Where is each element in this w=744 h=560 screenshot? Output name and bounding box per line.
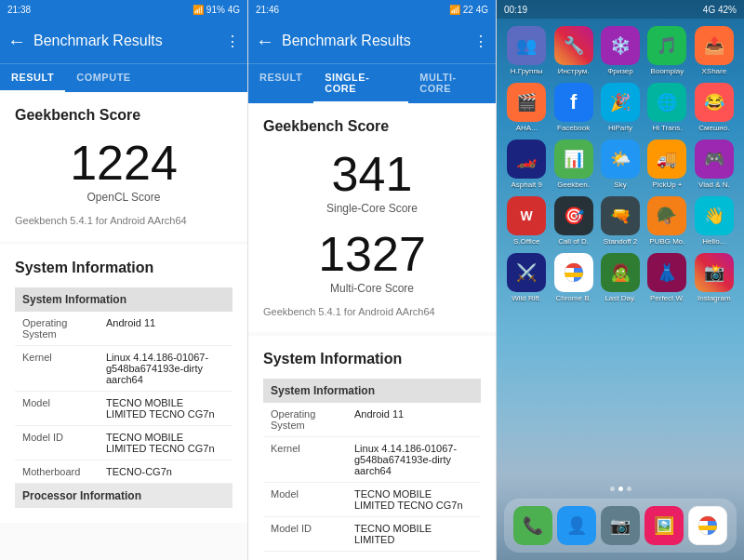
back-button-middle[interactable]: ←: [256, 31, 274, 52]
app-icon-img: 🎮: [695, 140, 734, 179]
app-icon-label: Perfect W.: [650, 294, 684, 302]
single-score-value: 341: [263, 150, 481, 198]
app-icon[interactable]: 🏎️ Asphalt 9: [504, 140, 549, 189]
geekbench-version-middle: Geekbench 5.4.1 for Android AArch64: [263, 306, 481, 317]
page-dots: [497, 483, 744, 495]
home-screen: 00:19 4G 42% 👥 Н.Группы 🔧 Инструм. ❄️ Фр…: [497, 0, 744, 560]
app-icon-label: Chrome B.: [555, 294, 591, 302]
app-icon[interactable]: 👥 Н.Группы: [504, 26, 549, 75]
left-panel: 21:38 📶 91% 4G ← Benchmark Results ⋮ RES…: [0, 0, 248, 560]
table-row: Model TECNO MOBILE LIMITED TECNO CG7n: [263, 483, 481, 517]
app-icon-img: 🌐: [647, 83, 686, 122]
single-score-label: Single-Core Score: [263, 202, 481, 215]
score-section-left: Geekbench Score 1224 OpenCL Score Geekbe…: [0, 92, 247, 241]
app-icon-label: АНА...: [516, 124, 538, 132]
app-icon-dock[interactable]: [688, 506, 727, 545]
info-key: Model: [15, 392, 99, 426]
app-icon-label: Standoff 2: [604, 237, 637, 246]
more-button-middle[interactable]: ⋮: [473, 33, 488, 50]
status-icons-middle: 📶 22 4G: [449, 5, 488, 15]
app-icon[interactable]: 📸 Instagram: [692, 253, 737, 302]
app-icon[interactable]: 🔧 Инструм.: [551, 26, 595, 75]
app-bar-left: ← Benchmark Results ⋮: [0, 19, 247, 63]
info-value: Android 11: [347, 403, 481, 437]
app-icon[interactable]: 🎉 HiParty: [598, 83, 643, 132]
app-icon-img: 📷: [601, 506, 640, 545]
app-icon[interactable]: ⚔️ Wild Rift.: [504, 253, 549, 302]
app-icon[interactable]: 📊 Geekben.: [551, 140, 595, 189]
table-row: Operating System Android 11: [263, 403, 481, 437]
table-row: Operating System Android 11: [15, 312, 232, 346]
app-icon-img: 👤: [557, 506, 596, 545]
info-key: Operating System: [15, 312, 99, 346]
app-icon[interactable]: 🎬 АНА...: [504, 83, 549, 132]
app-grid-row3: 🏎️ Asphalt 9 📊 Geekben. 🌤️ Sky 🚚 PickUp …: [500, 136, 740, 193]
status-bar-middle: 21:46 📶 22 4G: [248, 0, 496, 19]
right-panel: 00:19 4G 42% 👥 Н.Группы 🔧 Инструм. ❄️ Фр…: [497, 0, 744, 560]
info-key: Model ID: [263, 517, 347, 552]
app-icon[interactable]: 📤 XShare: [692, 26, 737, 75]
back-button-left[interactable]: ←: [7, 31, 26, 52]
app-icon[interactable]: 😂 Смешно.: [692, 83, 737, 132]
tab-bar-middle: RESULT SINGLE-CORE MULTI-CORE: [248, 63, 496, 103]
app-icon[interactable]: 🧟 Last Day.: [598, 253, 643, 302]
info-header-label-left: System Information: [15, 287, 232, 312]
info-value: Android 11: [99, 312, 232, 346]
tab-result-middle[interactable]: RESULT: [248, 64, 313, 103]
app-icon[interactable]: 👗 Perfect W.: [644, 253, 689, 302]
app-icon[interactable]: 🌤️ Sky: [598, 140, 643, 189]
app-icon[interactable]: ❄️ Фризер: [598, 26, 643, 75]
app-icon[interactable]: 🌐 Hi Trans.: [644, 83, 689, 132]
tab-multi-core-middle[interactable]: MULTI-CORE: [408, 64, 496, 103]
app-grid-row4: W S.Office 🎯 Call of D. 🔫 Standoff 2 🪖 P…: [500, 193, 740, 249]
app-icon-label: Н.Группы: [511, 67, 543, 75]
tab-result-left[interactable]: RESULT: [0, 64, 65, 92]
app-icon-label: Инструм.: [558, 67, 590, 75]
info-value: TECNO MOBILE LIMITED TECNO CG7n: [99, 426, 232, 460]
dot-active: [618, 487, 623, 491]
app-icon[interactable]: 🪖 PUBG Mo.: [644, 196, 689, 246]
app-icon-img: 👋: [695, 196, 734, 235]
app-icon[interactable]: 🔫 Standoff 2: [598, 196, 643, 246]
status-bar-left: 21:38 📶 91% 4G: [0, 0, 247, 19]
status-time-left: 21:38: [7, 5, 31, 15]
info-key: Kernel: [15, 346, 99, 392]
app-icon-img: 📊: [554, 140, 593, 179]
app-icon-dock[interactable]: 👤: [557, 506, 596, 545]
info-header-middle: System Information: [263, 379, 481, 403]
tab-single-core-middle[interactable]: SINGLE-CORE: [313, 64, 408, 103]
app-icon-img: 🌤️: [601, 140, 640, 179]
app-icon[interactable]: Chrome B.: [551, 253, 595, 302]
table-row: Model ID TECNO MOBILE LIMITED: [263, 517, 481, 552]
info-key: Model ID: [15, 426, 99, 460]
app-icon-label: HiParty: [608, 124, 632, 132]
app-icon[interactable]: 🚚 PickUp +: [644, 140, 689, 189]
app-icon[interactable]: 🎯 Call of D.: [551, 196, 595, 246]
dot: [627, 487, 631, 491]
app-icon-dock[interactable]: 🖼️: [644, 506, 684, 545]
table-row: Kernel Linux 4.14.186-01067-g548ba674193…: [15, 346, 232, 392]
app-icon[interactable]: 🎮 Vlad & N.: [692, 140, 737, 189]
app-icon[interactable]: 👋 Hello...: [692, 196, 737, 246]
app-icon-label: Wild Rift.: [512, 294, 541, 302]
info-key: Operating System: [263, 403, 347, 437]
tab-compute-left[interactable]: COMPUTE: [65, 64, 142, 92]
app-icon[interactable]: f Facebook: [551, 83, 595, 132]
app-grid-row5: ⚔️ Wild Rift. Chrome B. 🧟 Last Day. 👗 Pe…: [500, 249, 740, 306]
info-value: TECNO MOBILE LIMITED TECNO CG7n: [99, 392, 232, 426]
info-header-left: System Information: [15, 287, 232, 312]
app-icon[interactable]: W S.Office: [504, 196, 549, 246]
app-icon-img: 👗: [647, 253, 686, 292]
app-icon-dock[interactable]: 📷: [601, 506, 640, 545]
multi-score-label: Multi-Core Score: [263, 282, 481, 295]
app-icon-img: 🚚: [647, 140, 686, 179]
app-icon-label: Call of D.: [558, 237, 589, 246]
middle-panel: 21:46 📶 22 4G ← Benchmark Results ⋮ RESU…: [248, 0, 497, 560]
app-icon-dock[interactable]: 📞: [513, 506, 552, 545]
app-icon-img: 📸: [695, 253, 734, 292]
score-heading-left: Geekbench Score: [15, 107, 232, 124]
more-button-left[interactable]: ⋮: [225, 33, 240, 50]
app-icon-img: 🧟: [601, 253, 640, 292]
app-icon[interactable]: 🎵 Boomplay: [644, 26, 689, 75]
app-icon-img: 🎯: [554, 196, 593, 235]
